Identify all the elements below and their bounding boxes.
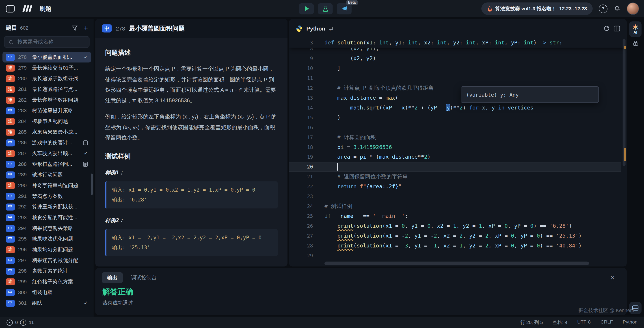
code-line[interactable]: [324, 73, 620, 83]
code-line[interactable]: if __name__ == '__main__':: [324, 211, 620, 221]
solved-check-icon: ✓: [84, 54, 88, 60]
problem-list-item[interactable]: 难282最长递增子数组问题: [2, 95, 91, 105]
code-line[interactable]: [324, 162, 620, 172]
code-line[interactable]: area = pi * (max_distance**2): [324, 152, 620, 162]
problem-list-item[interactable]: 中295糖果吃法优化问题: [2, 234, 91, 244]
problem-list-item[interactable]: 中293粮食分配的可能性...: [2, 212, 91, 223]
close-panel-button[interactable]: ×: [610, 274, 620, 282]
problem-list-item[interactable]: 难284模板串匹配问题: [2, 116, 91, 127]
code-line[interactable]: # 返回保留两位小数的字符串: [324, 172, 620, 182]
problem-title: 糖果均匀分配问题: [32, 246, 88, 253]
code-line[interactable]: ): [324, 113, 620, 122]
contest-banner[interactable]: 算法竞技赛 vol1.3 报名啦！ 12.23 -12.28: [481, 3, 593, 15]
output-panel: 输出调试控制台 × 解答正确 恭喜成功通过: [95, 268, 627, 315]
problem-title: 组队: [32, 299, 80, 306]
errors-icon: ×: [6, 319, 12, 325]
switch-language-icon[interactable]: ⇄: [329, 25, 334, 31]
code-area[interactable]: 8910111213141516171819202122232425262728…: [289, 38, 627, 266]
ai-assistant-button[interactable]: AI: [629, 21, 642, 37]
statusbar-item-3[interactable]: CRLF: [600, 319, 613, 325]
problem-list-item[interactable]: 中297糖果迷宫的最优分配: [2, 255, 91, 266]
code-line[interactable]: # 测试样例: [324, 202, 620, 211]
problem-list-item[interactable]: 难279最长连续交替01子...: [2, 63, 91, 73]
vertical-scrollbar[interactable]: [621, 38, 627, 261]
problem-list-item[interactable]: 中301组队✓: [2, 298, 91, 308]
statusbar-item-2[interactable]: UTF-8: [577, 319, 591, 325]
problem-list-item[interactable]: 中289破冰行动问题: [2, 170, 91, 180]
code-line[interactable]: # 计算圆的面积: [324, 132, 620, 142]
notifications-button[interactable]: [614, 5, 620, 12]
problem-list-item[interactable]: 中283树苗健康提升策略: [2, 105, 91, 116]
search-box[interactable]: [4, 36, 90, 48]
problem-number: 298: [18, 268, 29, 274]
sample-label-2: 样例2：: [105, 217, 278, 224]
difficulty-badge: 难: [6, 75, 15, 82]
sample-output: 输出: '25.13': [112, 242, 272, 252]
problem-list-item[interactable]: 难290神奇字符串构造问题: [2, 180, 91, 191]
test-button[interactable]: [318, 3, 333, 14]
problem-list-item[interactable]: 中286游戏中的伤害计...: [2, 137, 91, 148]
sample-label-1: 样例1：: [105, 169, 278, 176]
debug-button[interactable]: [627, 40, 644, 47]
problem-number: 287: [18, 150, 29, 156]
share-button[interactable]: Beta: [337, 3, 352, 14]
problem-list-item[interactable]: 难299红色格子染色方案...: [2, 276, 91, 287]
problems-indicator[interactable]: × 0 ! 11: [6, 319, 34, 325]
problem-title: 最长递减路径与点...: [32, 86, 88, 93]
code-line[interactable]: print(solution(x1 = -2, y1 = -2, x2 = 2,…: [324, 231, 620, 241]
difficulty-badge: 难: [6, 118, 15, 125]
problem-number: 282: [18, 97, 29, 103]
code-line[interactable]: [324, 122, 620, 132]
horizontal-scrollbar[interactable]: [324, 262, 612, 265]
code-line[interactable]: [324, 192, 620, 202]
code-line[interactable]: print(solution(x1 = -3, y1 = -1, x2 = 1,…: [324, 241, 620, 251]
add-button[interactable]: +: [84, 25, 88, 31]
problem-list-item[interactable]: 难281最长递减路径与点...: [2, 84, 91, 95]
filter-button[interactable]: [72, 25, 78, 31]
statusbar-item-1[interactable]: 空格: 4: [553, 319, 568, 325]
reset-code-button[interactable]: [604, 25, 610, 32]
funnel-icon: [72, 25, 78, 31]
problem-count: 602: [20, 25, 28, 31]
problem-title: 神奇字符串构造问题: [32, 182, 88, 189]
split-editor-button[interactable]: [614, 25, 620, 31]
sidebar-toggle-icon[interactable]: [6, 5, 15, 13]
statusbar-item-0[interactable]: 行 20, 列 5: [520, 319, 543, 325]
problem-list-item[interactable]: 中291禁着点方案数: [2, 191, 91, 202]
sidebar-scrollbar[interactable]: [91, 174, 93, 195]
problem-list-item[interactable]: 难296糖果均匀分配问题: [2, 244, 91, 255]
code-line[interactable]: [324, 251, 620, 261]
line-number: 26: [289, 221, 313, 231]
problem-list-item[interactable]: 难287火车驶入驶出顺...✓: [2, 148, 91, 159]
problem-list-item[interactable]: 难280最长递减子数组寻找: [2, 73, 91, 84]
difficulty-badge: 中: [102, 24, 112, 33]
search-input[interactable]: [16, 39, 85, 45]
run-button[interactable]: [299, 3, 314, 14]
flask-icon: [322, 6, 328, 12]
line-number: 18: [289, 142, 313, 152]
result-title: 解答正确: [95, 287, 627, 297]
problem-list-item[interactable]: 中300组装电脑: [2, 287, 91, 298]
split-editor-icon: [614, 25, 620, 31]
code-line[interactable]: (x2, y2): [324, 53, 620, 63]
code-line[interactable]: pi = 3.1415926536: [324, 142, 620, 152]
code-line[interactable]: print(solution(x1 = 0, y1 = 0, x2 = 1, y…: [324, 221, 620, 231]
problem-title: 火车驶入驶出顺...: [32, 150, 80, 157]
problem-list-item[interactable]: 中292算珠重新分配以获...: [2, 202, 91, 212]
problem-list-item[interactable]: 中294糖果优惠购买策略: [2, 223, 91, 234]
code-line[interactable]: ]: [324, 63, 620, 73]
tab-调试控制台[interactable]: 调试控制台: [131, 274, 157, 281]
problem-title: 糖果优惠购买策略: [32, 225, 88, 232]
statusbar-item-4[interactable]: Python: [623, 319, 638, 325]
user-avatar[interactable]: [627, 3, 639, 15]
code-line[interactable]: math.sqrt((xP - x)**2 + (yP - y)**2) for…: [324, 103, 620, 113]
problem-list-item[interactable]: 中288矩形棋盘路径问...: [2, 158, 91, 170]
code-line[interactable]: return f"{area:.2f}": [324, 182, 620, 192]
sample-block-2: 输入: x1 = -2,y1 = -2,x2 = 2,y2 = 2,xP = 0…: [105, 229, 278, 256]
help-button[interactable]: ?: [599, 4, 607, 13]
tab-输出[interactable]: 输出: [102, 272, 123, 283]
problem-list-item[interactable]: 难285水果店果篮最小成...: [2, 127, 91, 137]
brand-logo-icon[interactable]: [20, 4, 34, 13]
problem-list-item[interactable]: 中278最小覆盖圆面积...✓: [2, 52, 91, 63]
problem-list-item[interactable]: 中298素数元素的统计: [2, 266, 91, 276]
